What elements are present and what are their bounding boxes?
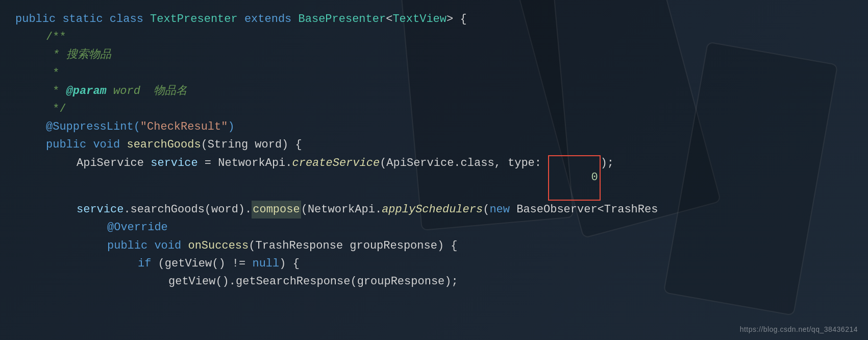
classname-basepresenter: BasePresenter: [299, 10, 386, 28]
keyword-extends: extends: [244, 10, 291, 28]
keyword-class: class: [110, 10, 143, 28]
var-service: service: [151, 154, 197, 172]
comment-param-word: word 物品名: [107, 82, 187, 100]
comment-asterisk: *: [46, 64, 59, 82]
code-line-14: getView().getSearchResponse(groupRespons…: [15, 273, 868, 290]
keyword-public: public: [15, 10, 56, 28]
keyword-new: new: [489, 201, 510, 218]
param-tag: @param: [66, 82, 107, 100]
method-compose: compose: [252, 201, 301, 218]
url-watermark: https://blog.csdn.net/qq_38436214: [740, 324, 858, 335]
code-line-8: public void searchGoods (String word) {: [15, 136, 868, 154]
code-container: public static class TextPresenter extend…: [0, 0, 868, 340]
method-search-goods: searchGoods: [127, 136, 201, 154]
code-line-7: @SuppressLint( "CheckResult" ): [15, 118, 868, 136]
comment-search-goods: * 搜索物品: [46, 46, 111, 64]
code-line-10: service .searchGoods(word). compose (Net…: [15, 201, 868, 218]
method-on-success: onSuccess: [188, 237, 249, 255]
code-line-3: * 搜索物品: [15, 46, 868, 64]
keyword-null: null: [252, 255, 279, 273]
comment-start: /**: [46, 28, 66, 46]
api-service-type: ApiService: [77, 154, 151, 172]
code-line-1: public static class TextPresenter extend…: [15, 10, 868, 28]
code-line-4: *: [15, 64, 868, 82]
comment-param-prefix: *: [46, 82, 66, 100]
classname-textview: TextView: [392, 10, 447, 28]
keyword-public-2: public: [46, 136, 86, 154]
keyword-public-3: public: [107, 237, 147, 255]
code-line-9: ApiService service = NetworkApi. createS…: [15, 154, 868, 201]
get-search-response-call: getView().getSearchResponse(groupRespons…: [168, 273, 458, 290]
code-line-11: @Override: [15, 218, 868, 236]
suppress-lint-close: ): [228, 118, 234, 136]
code-line-6: */: [15, 100, 868, 118]
classname-textpresenter: TextPresenter: [150, 10, 238, 28]
code-line-12: public void onSuccess (TrashResponse gro…: [15, 237, 868, 255]
code-line-5: * @param word 物品名: [15, 82, 868, 100]
keyword-void: void: [86, 136, 127, 154]
method-apply-schedulers: applySchedulers: [382, 201, 483, 218]
keyword-static: static: [62, 10, 103, 28]
highlighted-zero: 0: [548, 155, 600, 201]
method-params: (String word) {: [201, 136, 302, 154]
override-annotation: @Override: [107, 218, 168, 236]
var-service-2: service: [77, 201, 123, 218]
comment-end: */: [46, 100, 66, 118]
string-check-result: "CheckResult": [140, 118, 228, 136]
code-line-2: /**: [15, 28, 868, 46]
suppress-lint-annotation: @SuppressLint(: [46, 118, 140, 136]
code-line-13: if (getView() != null ) {: [15, 255, 868, 273]
keyword-if: if: [138, 255, 151, 273]
method-create-service: createService: [292, 154, 380, 172]
